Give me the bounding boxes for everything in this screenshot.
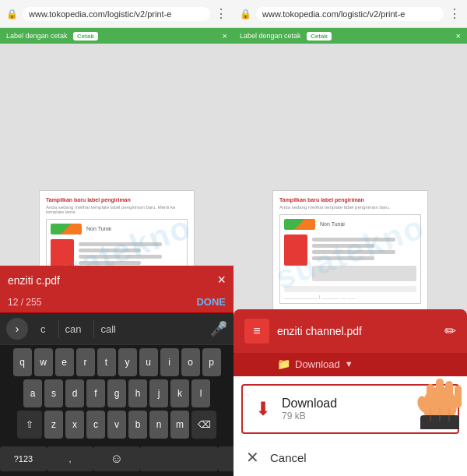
key-v[interactable]: v	[107, 411, 126, 439]
key-r[interactable]: r	[76, 348, 95, 376]
chevron-btn[interactable]: ›	[6, 318, 28, 340]
preview-label-right: Non Tunai	[320, 221, 345, 227]
key-n[interactable]: n	[149, 411, 168, 439]
key-i[interactable]: i	[160, 348, 179, 376]
key-numsym[interactable]: ?123	[0, 446, 47, 471]
key-g[interactable]: g	[107, 379, 126, 407]
filename-bar: enziti c.pdf ×	[0, 266, 234, 294]
cancel-label: Cancel	[270, 451, 307, 464]
suggestion-can[interactable]: can	[58, 320, 88, 338]
key-backspace[interactable]: ⌫	[191, 411, 216, 439]
key-shift[interactable]: ⇧	[17, 411, 42, 439]
page-preview-right: Tampilkan baru label pengiriman Anda sed…	[272, 190, 428, 315]
key-a[interactable]: a	[23, 379, 42, 407]
key-z[interactable]: z	[44, 411, 63, 439]
key-e[interactable]: e	[55, 348, 74, 376]
key-c[interactable]: c	[86, 411, 105, 439]
key-u[interactable]: u	[139, 348, 158, 376]
preview-logo-left	[51, 224, 82, 234]
suggestions-row: › c can call 🎤	[0, 313, 234, 345]
key-q[interactable]: q	[13, 348, 32, 376]
key-comma[interactable]: ,	[47, 446, 93, 471]
key-s[interactable]: s	[44, 379, 63, 407]
key-k[interactable]: k	[170, 379, 189, 407]
download-label: Download	[282, 397, 337, 411]
url-bar-left: www.tokopedia.com/logistic/v2/print-e	[23, 7, 210, 21]
key-o[interactable]: o	[181, 348, 200, 376]
key-space[interactable]	[140, 446, 218, 471]
key-row-2: a s d f g h j k l	[2, 379, 232, 407]
download-info: Download 79 kB	[282, 397, 337, 421]
download-size: 79 kB	[282, 411, 337, 421]
cancel-row[interactable]: ✕ Cancel	[234, 439, 467, 476]
toast-text-right: Label dengan cetak Cetak	[240, 32, 453, 40]
done-button[interactable]: DONE	[196, 296, 226, 308]
char-count-bar: 12 / 255 DONE	[0, 294, 234, 313]
lock-icon-left: 🔒	[6, 9, 18, 19]
menu-dots-right[interactable]: ⋮	[448, 6, 461, 21]
key-j[interactable]: j	[149, 379, 168, 407]
filename-text: enziti c.pdf	[8, 274, 60, 287]
key-p[interactable]: p	[202, 348, 221, 376]
key-row-1: q w e r t y u i o p	[2, 348, 232, 376]
key-b[interactable]: b	[128, 411, 147, 439]
char-count-text: 12 / 255	[8, 297, 41, 308]
key-l[interactable]: l	[191, 379, 210, 407]
key-x[interactable]: x	[65, 411, 84, 439]
sheet-filename: enziti channel.pdf	[277, 325, 437, 337]
folder-icon: 📁	[277, 358, 290, 370]
key-f[interactable]: f	[86, 379, 105, 407]
suggestion-c[interactable]: c	[34, 320, 52, 338]
preview-gray-lines-right	[312, 234, 416, 281]
file-icon: ≡	[244, 319, 269, 344]
preview-sub-right: Anda sedang melihat template label pengi…	[279, 205, 421, 210]
right-panel: 🔒 www.tokopedia.com/logistic/v2/print-e …	[234, 0, 467, 476]
browser-bar-left: 🔒 www.tokopedia.com/logistic/v2/print-e …	[0, 0, 234, 28]
bottom-bar: ?123 , ☺ . ✓	[0, 442, 234, 476]
preview-title-left: Tampilkan baru label pengiriman	[46, 197, 188, 203]
toast-close-right[interactable]: ×	[456, 31, 461, 41]
key-d[interactable]: d	[65, 379, 84, 407]
key-m[interactable]: m	[170, 411, 189, 439]
key-t[interactable]: t	[97, 348, 116, 376]
sheet-subrow: 📁 Download ▼	[234, 353, 467, 376]
preview-logo-right	[284, 219, 315, 230]
preview-title-right: Tampilkan baru label pengiriman	[279, 197, 421, 203]
edit-icon[interactable]: ✏	[444, 323, 456, 340]
download-sheet: ≡ enziti channel.pdf ✏ 📁 Download ▼ ⬇ Do…	[234, 309, 467, 476]
toast-text-left: Label dengan cetak Cetak	[6, 32, 219, 40]
download-arrow-icon: ⬇	[255, 398, 271, 420]
left-panel: 🔒 www.tokopedia.com/logistic/v2/print-e …	[0, 0, 234, 476]
key-period[interactable]: .	[218, 446, 234, 471]
preview-red-box-right	[284, 234, 307, 266]
lock-icon-right: 🔒	[240, 9, 251, 19]
browser-bar-right: 🔒 www.tokopedia.com/logistic/v2/print-e …	[234, 0, 467, 28]
toast-banner-right: Label dengan cetak Cetak ×	[234, 28, 467, 44]
key-h[interactable]: h	[128, 379, 147, 407]
folder-caret: ▼	[345, 359, 353, 368]
cancel-icon: ✕	[246, 448, 259, 467]
keyboard-rows: q w e r t y u i o p a s d f g h j k l	[0, 345, 234, 442]
filename-close[interactable]: ×	[217, 272, 226, 288]
toast-close-left[interactable]: ×	[223, 31, 227, 41]
download-button-row[interactable]: ⬇ Download 79 kB	[241, 384, 459, 434]
folder-name: Download	[295, 358, 340, 370]
mic-icon[interactable]: 🎤	[210, 320, 227, 337]
key-emoji[interactable]: ☺	[93, 446, 140, 471]
url-bar-right: www.tokopedia.com/logistic/v2/print-e	[256, 7, 444, 21]
keyboard-overlay: enziti c.pdf × 12 / 255 DONE › c can cal…	[0, 266, 234, 476]
preview-sub-left: Anda sedang melihat template label pengi…	[46, 205, 188, 214]
sheet-header: ≡ enziti channel.pdf ✏	[234, 309, 467, 353]
key-row-3: ⇧ z x c v b n m ⌫	[2, 411, 232, 439]
menu-dots-left[interactable]: ⋮	[215, 6, 227, 21]
key-w[interactable]: w	[34, 348, 53, 376]
suggestion-call[interactable]: call	[93, 320, 122, 338]
preview-label-left: Non Tunai	[86, 226, 111, 231]
toast-banner-left: Label dengan cetak Cetak ×	[0, 28, 234, 44]
key-y[interactable]: y	[118, 348, 137, 376]
